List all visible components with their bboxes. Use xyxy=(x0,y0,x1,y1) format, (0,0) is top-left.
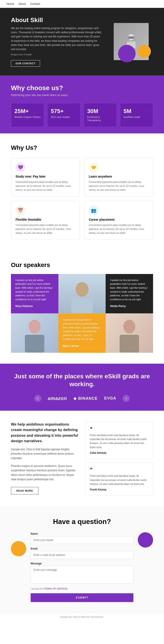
submit-button[interactable]: SUBMIT xyxy=(30,593,134,602)
speakers-bottom-row: I landed my first job before graduation … xyxy=(11,313,153,353)
testimonial-card-0: ❝ Proin sed libero enim sed faucibus tur… xyxy=(85,422,153,459)
speaker-quote-nick: I landed my first job before graduation … xyxy=(58,314,106,352)
form-section: Have a question? Name Email Message I ac… xyxy=(0,507,164,613)
message-label: Message xyxy=(30,562,134,565)
terms-link[interactable]: TERMS OF SERVICE xyxy=(44,587,67,590)
hero-text: About Skill We are the leading online tr… xyxy=(11,16,103,67)
hero-section: About Skill We are the leading online tr… xyxy=(0,8,164,76)
nav-contact[interactable]: Contact xyxy=(30,2,40,6)
message-textarea[interactable] xyxy=(30,566,134,584)
feature-card-3: 👥 Career placement Convenient payment pl… xyxy=(84,201,153,240)
why-us-title: Why Us? xyxy=(11,144,153,151)
form-right-decoration xyxy=(138,532,153,552)
read-more-button[interactable]: READ MORE xyxy=(11,487,38,494)
prev-logo-button[interactable]: ‹ xyxy=(34,395,41,402)
form-orange-circle xyxy=(11,541,26,556)
nina-name: Nina Hudson xyxy=(15,304,54,308)
stella-name: Stella Perry xyxy=(110,304,149,308)
hero-image-container xyxy=(109,16,153,67)
form-inner: Name Email Message I accept the TERMS OF… xyxy=(11,532,153,602)
stat-num-2: 30M xyxy=(87,108,113,114)
name-input[interactable] xyxy=(30,536,134,544)
feature-icon-0: 💜 xyxy=(16,162,25,172)
content-body1: Sample text. Click to Edit Egestas egest… xyxy=(11,447,79,460)
testimonial-card-1: ❝ Proin sed libero enim sed faucibus tur… xyxy=(85,462,153,496)
logos-row: ‹ amazon ◈ BINANCE EVGA › xyxy=(11,395,153,402)
content-right: ❝ Proin sed libero enim sed faucibus tur… xyxy=(85,422,153,496)
feature-desc-2: Convenient payment plans enable you to d… xyxy=(16,223,75,235)
form-fields: Name Email Message I accept the TERMS OF… xyxy=(30,532,134,602)
features-grid: 💜 Study now: Pay later Convenient paymen… xyxy=(11,158,153,240)
speakers-title: Our speakers xyxy=(11,262,153,268)
email-label: Email xyxy=(30,547,134,550)
email-field-group: Email xyxy=(30,547,134,559)
form-purple-circle xyxy=(138,532,153,548)
speaker-img-left xyxy=(11,313,58,353)
email-input[interactable] xyxy=(30,551,134,559)
hero-circle-orange xyxy=(138,45,151,58)
speaker-center-img xyxy=(58,274,106,313)
speaker-img-right xyxy=(106,313,153,353)
speaker-quote-stella: I landed my first job before graduation … xyxy=(106,274,153,313)
stat-card-3: 5M Qualified Leads xyxy=(120,103,153,127)
feature-title-0: Study now: Pay later xyxy=(16,175,75,178)
speaker-img-center-bottom: I landed my first job before graduation … xyxy=(58,313,106,353)
amazon-logo: amazon xyxy=(48,396,67,401)
stats-grid: 25M+ Monthly Organic Visitors 575+ SEO c… xyxy=(11,103,153,127)
form-title: Have a question? xyxy=(11,518,153,526)
navbar: Home About Contact xyxy=(0,0,164,8)
binance-logo: ◈ BINANCE xyxy=(74,396,98,401)
quote-icon-1: ❝ xyxy=(90,467,148,472)
nina-quote-text: I landed my first job before graduation … xyxy=(15,278,54,302)
stat-label-3: Qualified Leads xyxy=(124,116,150,119)
nick-quote-text: I landed my first job before graduation … xyxy=(63,318,102,341)
testimonial-author-1: Frank Kinney xyxy=(90,488,148,491)
stat-num-0: 25M+ xyxy=(14,108,40,114)
nav-home[interactable]: Home xyxy=(6,2,14,6)
nav-about[interactable]: About xyxy=(18,2,26,6)
svg-rect-10 xyxy=(120,335,139,352)
svg-rect-6 xyxy=(25,335,44,352)
feature-icon-1: 🤝 xyxy=(89,162,98,172)
our-contact-button[interactable]: OUR CONTACT xyxy=(11,60,40,67)
testimonial-author-0: Celia Almeda xyxy=(90,451,148,454)
stella-quote-text: I landed my first job before graduation … xyxy=(110,278,149,302)
svg-point-5 xyxy=(29,320,41,334)
stat-label-2: Ecommerce Transactions xyxy=(87,116,113,122)
svg-rect-4 xyxy=(71,298,93,313)
hero-circle-purple xyxy=(118,45,136,62)
footer-note: Sample text. Click to select the Text El… xyxy=(0,613,164,621)
feature-desc-0: Convenient payment plans enable you to d… xyxy=(16,180,75,192)
stat-card-1: 575+ SEO case studies xyxy=(47,103,80,127)
why-choose-section: Why choose us? Optimizing your site has … xyxy=(0,76,164,134)
places-title: Just some of the places where eSkill gra… xyxy=(11,372,153,388)
footer-note-text: Sample text. Click to select the Text El… xyxy=(60,616,104,618)
hero-image-credit: Image from Freepik xyxy=(11,53,103,57)
message-field-group: Message xyxy=(30,562,134,584)
stat-label-1: SEO case studies xyxy=(51,116,77,119)
hero-title: About Skill xyxy=(11,16,103,24)
stat-card-2: 30M Ecommerce Transactions xyxy=(84,103,117,127)
next-logo-button[interactable]: › xyxy=(123,395,130,402)
stat-num-1: 575+ xyxy=(51,108,77,114)
why-choose-subtitle: Optimizing your site has never been so e… xyxy=(11,93,153,97)
svg-point-9 xyxy=(123,320,135,334)
feature-title-2: Flexible timetable xyxy=(16,218,75,221)
feature-title-3: Career placement xyxy=(89,218,148,221)
why-us-section: Why Us? 💜 Study now: Pay later Convenien… xyxy=(0,134,164,250)
feature-card-1: 🤝 Learn anywhere Convenient payment plan… xyxy=(84,158,153,196)
name-label: Name xyxy=(30,532,134,535)
feature-card-2: 📅 Flexible timetable Convenient payment … xyxy=(11,201,80,240)
testimonial-text-1: Proin sed libero enim sed faucibus turpi… xyxy=(90,474,148,486)
feature-card-0: 💜 Study now: Pay later Convenient paymen… xyxy=(11,158,80,196)
speaker-quote-nina: I landed my first job before graduation … xyxy=(11,274,58,313)
feature-desc-3: Convenient payment plans enable you to d… xyxy=(89,223,148,235)
feature-icon-2: 📅 xyxy=(16,206,25,215)
nick-name: Nick Larson xyxy=(63,344,102,348)
svg-rect-2 xyxy=(128,36,134,39)
content-section: We help ambitious organisations create m… xyxy=(0,411,164,507)
feature-title-1: Learn anywhere xyxy=(89,175,148,178)
stat-card-0: 25M+ Monthly Organic Visitors xyxy=(11,103,44,127)
places-section: Just some of the places where eSkill gra… xyxy=(0,364,164,411)
feature-icon-3: 👥 xyxy=(89,206,98,215)
